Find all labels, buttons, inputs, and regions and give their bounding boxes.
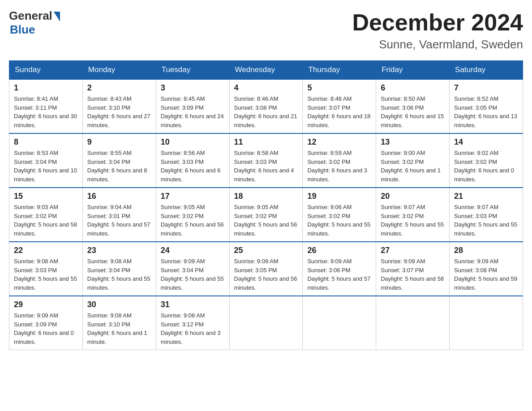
day-info: Sunrise: 8:50 AM Sunset: 3:06 PM Dayligh… <box>381 94 445 129</box>
header-saturday: Saturday <box>450 61 523 80</box>
calendar-cell: 9 Sunrise: 8:55 AM Sunset: 3:04 PM Dayli… <box>82 133 156 188</box>
location-title: Sunne, Vaermland, Sweden <box>352 38 523 51</box>
day-number: 4 <box>234 83 298 93</box>
logo-general-text: General <box>9 9 52 23</box>
logo-triangle-icon <box>54 12 60 21</box>
calendar-cell: 17 Sunrise: 9:05 AM Sunset: 3:02 PM Dayl… <box>156 188 229 242</box>
calendar-cell: 6 Sunrise: 8:50 AM Sunset: 3:06 PM Dayli… <box>376 79 450 133</box>
calendar-cell: 27 Sunrise: 9:09 AM Sunset: 3:07 PM Dayl… <box>376 242 450 296</box>
calendar-cell: 19 Sunrise: 9:06 AM Sunset: 3:02 PM Dayl… <box>303 188 376 242</box>
day-number: 23 <box>87 246 151 255</box>
header-friday: Friday <box>376 61 450 80</box>
day-number: 20 <box>381 192 445 201</box>
day-info: Sunrise: 9:07 AM Sunset: 3:02 PM Dayligh… <box>381 203 445 238</box>
day-info: Sunrise: 9:09 AM Sunset: 3:06 PM Dayligh… <box>307 257 371 292</box>
day-info: Sunrise: 9:09 AM Sunset: 3:08 PM Dayligh… <box>454 257 518 292</box>
calendar-cell: 7 Sunrise: 8:52 AM Sunset: 3:05 PM Dayli… <box>450 79 523 133</box>
day-info: Sunrise: 9:05 AM Sunset: 3:02 PM Dayligh… <box>234 203 298 238</box>
calendar-cell: 5 Sunrise: 8:48 AM Sunset: 3:07 PM Dayli… <box>303 79 376 133</box>
calendar-cell <box>376 296 450 350</box>
day-info: Sunrise: 8:58 AM Sunset: 3:03 PM Dayligh… <box>234 149 298 184</box>
day-number: 8 <box>14 137 78 147</box>
day-number: 11 <box>234 137 298 147</box>
calendar-cell: 21 Sunrise: 9:07 AM Sunset: 3:03 PM Dayl… <box>450 188 523 242</box>
day-number: 26 <box>307 246 371 255</box>
calendar-cell: 3 Sunrise: 8:45 AM Sunset: 3:09 PM Dayli… <box>156 79 229 133</box>
calendar-week-row-1: 1 Sunrise: 8:41 AM Sunset: 3:11 PM Dayli… <box>9 79 523 133</box>
calendar-cell: 1 Sunrise: 8:41 AM Sunset: 3:11 PM Dayli… <box>9 79 83 133</box>
day-number: 17 <box>161 192 225 201</box>
day-number: 2 <box>87 83 151 93</box>
calendar-cell <box>450 296 523 350</box>
calendar-cell: 30 Sunrise: 9:08 AM Sunset: 3:10 PM Dayl… <box>82 296 156 350</box>
day-info: Sunrise: 9:09 AM Sunset: 3:07 PM Dayligh… <box>381 257 445 292</box>
calendar-cell: 20 Sunrise: 9:07 AM Sunset: 3:02 PM Dayl… <box>376 188 450 242</box>
day-number: 28 <box>454 246 518 255</box>
day-info: Sunrise: 9:08 AM Sunset: 3:10 PM Dayligh… <box>87 311 151 346</box>
day-number: 27 <box>381 246 445 255</box>
day-number: 3 <box>161 83 225 93</box>
day-number: 29 <box>14 300 78 309</box>
calendar-cell: 2 Sunrise: 8:43 AM Sunset: 3:10 PM Dayli… <box>82 79 156 133</box>
day-info: Sunrise: 9:02 AM Sunset: 3:02 PM Dayligh… <box>454 149 518 184</box>
month-title: December 2024 <box>352 9 523 36</box>
calendar-cell: 14 Sunrise: 9:02 AM Sunset: 3:02 PM Dayl… <box>450 133 523 188</box>
day-number: 7 <box>454 83 518 93</box>
day-number: 19 <box>307 192 371 201</box>
calendar-week-row-4: 22 Sunrise: 9:08 AM Sunset: 3:03 PM Dayl… <box>9 242 523 296</box>
day-number: 16 <box>87 192 151 201</box>
calendar-cell: 16 Sunrise: 9:04 AM Sunset: 3:01 PM Dayl… <box>82 188 156 242</box>
day-info: Sunrise: 9:08 AM Sunset: 3:03 PM Dayligh… <box>14 257 78 292</box>
day-number: 21 <box>454 192 518 201</box>
day-number: 1 <box>14 83 78 93</box>
calendar-table: Sunday Monday Tuesday Wednesday Thursday… <box>9 60 523 350</box>
day-info: Sunrise: 8:59 AM Sunset: 3:02 PM Dayligh… <box>307 149 371 184</box>
calendar-cell <box>303 296 376 350</box>
header-monday: Monday <box>82 61 156 80</box>
day-number: 13 <box>381 137 445 147</box>
day-info: Sunrise: 8:53 AM Sunset: 3:04 PM Dayligh… <box>14 149 78 184</box>
day-info: Sunrise: 8:48 AM Sunset: 3:07 PM Dayligh… <box>307 94 371 129</box>
day-info: Sunrise: 9:04 AM Sunset: 3:01 PM Dayligh… <box>87 203 151 238</box>
day-number: 9 <box>87 137 151 147</box>
calendar-cell: 15 Sunrise: 9:03 AM Sunset: 3:02 PM Dayl… <box>9 188 83 242</box>
calendar-cell <box>229 296 303 350</box>
day-number: 30 <box>87 300 151 309</box>
day-info: Sunrise: 9:07 AM Sunset: 3:03 PM Dayligh… <box>454 203 518 238</box>
calendar-cell: 26 Sunrise: 9:09 AM Sunset: 3:06 PM Dayl… <box>303 242 376 296</box>
logo: General Blue <box>9 9 60 37</box>
day-info: Sunrise: 9:08 AM Sunset: 3:04 PM Dayligh… <box>87 257 151 292</box>
day-info: Sunrise: 8:52 AM Sunset: 3:05 PM Dayligh… <box>454 94 518 129</box>
day-info: Sunrise: 9:08 AM Sunset: 3:12 PM Dayligh… <box>161 311 225 346</box>
day-info: Sunrise: 8:55 AM Sunset: 3:04 PM Dayligh… <box>87 149 151 184</box>
calendar-cell: 11 Sunrise: 8:58 AM Sunset: 3:03 PM Dayl… <box>229 133 303 188</box>
day-number: 25 <box>234 246 298 255</box>
calendar-cell: 12 Sunrise: 8:59 AM Sunset: 3:02 PM Dayl… <box>303 133 376 188</box>
calendar-cell: 29 Sunrise: 9:09 AM Sunset: 3:09 PM Dayl… <box>9 296 83 350</box>
day-number: 6 <box>381 83 445 93</box>
day-number: 15 <box>14 192 78 201</box>
day-number: 5 <box>307 83 371 93</box>
day-info: Sunrise: 9:00 AM Sunset: 3:02 PM Dayligh… <box>381 149 445 184</box>
day-number: 12 <box>307 137 371 147</box>
day-number: 14 <box>454 137 518 147</box>
day-info: Sunrise: 8:45 AM Sunset: 3:09 PM Dayligh… <box>161 94 225 129</box>
calendar-cell: 25 Sunrise: 9:09 AM Sunset: 3:05 PM Dayl… <box>229 242 303 296</box>
calendar-cell: 31 Sunrise: 9:08 AM Sunset: 3:12 PM Dayl… <box>156 296 229 350</box>
day-number: 24 <box>161 246 225 255</box>
day-number: 18 <box>234 192 298 201</box>
day-info: Sunrise: 8:43 AM Sunset: 3:10 PM Dayligh… <box>87 94 151 129</box>
calendar-cell: 24 Sunrise: 9:09 AM Sunset: 3:04 PM Dayl… <box>156 242 229 296</box>
day-info: Sunrise: 9:09 AM Sunset: 3:09 PM Dayligh… <box>14 311 78 346</box>
calendar-week-row-3: 15 Sunrise: 9:03 AM Sunset: 3:02 PM Dayl… <box>9 188 523 242</box>
calendar-week-row-5: 29 Sunrise: 9:09 AM Sunset: 3:09 PM Dayl… <box>9 296 523 350</box>
calendar-cell: 22 Sunrise: 9:08 AM Sunset: 3:03 PM Dayl… <box>9 242 83 296</box>
day-info: Sunrise: 8:41 AM Sunset: 3:11 PM Dayligh… <box>14 94 78 129</box>
calendar-cell: 8 Sunrise: 8:53 AM Sunset: 3:04 PM Dayli… <box>9 133 83 188</box>
day-info: Sunrise: 9:03 AM Sunset: 3:02 PM Dayligh… <box>14 203 78 238</box>
day-info: Sunrise: 9:09 AM Sunset: 3:04 PM Dayligh… <box>161 257 225 292</box>
calendar-cell: 4 Sunrise: 8:46 AM Sunset: 3:08 PM Dayli… <box>229 79 303 133</box>
header-thursday: Thursday <box>303 61 376 80</box>
title-section: December 2024 Sunne, Vaermland, Sweden <box>352 9 523 51</box>
day-info: Sunrise: 9:06 AM Sunset: 3:02 PM Dayligh… <box>307 203 371 238</box>
